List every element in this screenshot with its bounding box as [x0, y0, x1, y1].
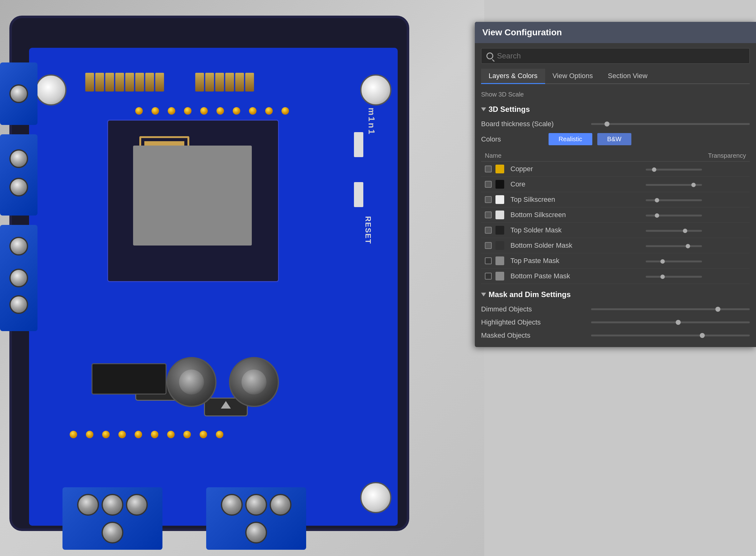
col-transparency-header: Transparency [642, 150, 750, 162]
esp-chip [133, 145, 252, 245]
colors-bw-btn[interactable]: B&W [597, 133, 632, 145]
board-thickness-label: Board thickness (Scale) [481, 120, 587, 128]
layer-row[interactable]: Copper [481, 162, 750, 177]
terminal-blocks-left [0, 63, 37, 331]
layer-transparency-slider-6[interactable] [646, 260, 702, 263]
layer-transparency-thumb-7[interactable] [660, 275, 665, 279]
colors-realistic-btn[interactable]: Realistic [549, 133, 592, 145]
layer-row[interactable]: Top Silkscreen [481, 192, 750, 207]
collapse-icon[interactable] [481, 107, 486, 111]
search-bar[interactable] [481, 48, 750, 64]
layer-name-4: Top Solder Mask [511, 226, 562, 234]
capacitor-2 [229, 357, 279, 407]
layer-row[interactable]: Top Paste Mask [481, 253, 750, 269]
board-thickness-thumb[interactable] [605, 121, 610, 127]
layer-checkbox-1[interactable] [485, 181, 492, 188]
layer-name-2: Top Silkscreen [511, 196, 555, 204]
pad [151, 431, 159, 438]
pad [118, 431, 126, 438]
pad [151, 107, 159, 115]
pin [235, 73, 244, 92]
pin [225, 73, 234, 92]
panel-body: Layers & Colors View Options Section Vie… [475, 43, 756, 347]
connector-small-2 [354, 182, 363, 207]
layer-transparency-thumb-5[interactable] [686, 244, 690, 248]
layer-checkbox-3[interactable] [485, 211, 492, 218]
pad [249, 107, 256, 115]
layer-checkbox-6[interactable] [485, 257, 492, 264]
pad [233, 107, 240, 115]
layer-row[interactable]: Bottom Silkscreen [481, 207, 750, 223]
collapse-mask-icon[interactable] [481, 293, 486, 297]
highlighted-objects-slider[interactable] [591, 321, 750, 323]
layer-transparency-slider-0[interactable] [646, 169, 702, 171]
tabs-row: Layers & Colors View Options Section Vie… [481, 69, 750, 84]
layer-swatch-7 [495, 272, 504, 280]
pin [215, 73, 224, 92]
terminal-bottom-right [206, 487, 306, 550]
section-3d-label: 3D Settings [489, 105, 530, 114]
pin-row-left [85, 73, 164, 92]
pin-row-right [195, 73, 254, 92]
terminal-blocks-bottom [63, 487, 306, 550]
pcb-inner: m1n1 RESET [29, 48, 398, 526]
highlighted-thumb[interactable] [676, 320, 681, 325]
layer-checkbox-4[interactable] [485, 227, 492, 234]
layer-checkbox-2[interactable] [485, 196, 492, 203]
tab-layers-colors[interactable]: Layers & Colors [481, 69, 545, 84]
tab-view-options[interactable]: View Options [545, 69, 600, 84]
pad [168, 107, 175, 115]
layer-row[interactable]: Bottom Paste Mask [481, 269, 750, 284]
terminal-circle [9, 237, 28, 255]
layer-transparency-thumb-6[interactable] [660, 259, 665, 264]
layer-transparency-slider-3[interactable] [646, 215, 702, 216]
layer-transparency-slider-4[interactable] [646, 230, 702, 232]
corner-mount-tl [35, 74, 67, 106]
dimmed-objects-slider[interactable] [591, 308, 750, 310]
bottom-circle [245, 522, 267, 544]
pad [216, 107, 224, 115]
layer-name-3: Bottom Silkscreen [511, 211, 566, 219]
layer-checkbox-5[interactable] [485, 242, 492, 249]
table-header-row: Name Transparency [481, 150, 750, 162]
search-input[interactable] [497, 51, 745, 60]
pin [125, 73, 134, 92]
pad [167, 431, 175, 438]
pin [105, 73, 114, 92]
ic-component [92, 363, 167, 394]
scroll-hint: Show 3D Scale [481, 89, 750, 100]
tab-section-view[interactable]: Section View [600, 69, 655, 84]
masked-objects-slider[interactable] [591, 335, 750, 337]
bottom-circle [245, 494, 267, 516]
panel-title: View Configuration [482, 28, 562, 37]
layer-transparency-thumb-2[interactable] [655, 198, 659, 202]
layer-transparency-thumb-4[interactable] [683, 229, 687, 233]
pad [281, 107, 289, 115]
layer-swatch-2 [495, 195, 504, 204]
layer-transparency-slider-1[interactable] [646, 184, 702, 186]
layer-transparency-thumb-0[interactable] [652, 167, 656, 172]
layer-transparency-slider-2[interactable] [646, 199, 702, 201]
layer-name-5: Bottom Solder Mask [511, 241, 572, 250]
layer-transparency-slider-7[interactable] [646, 276, 702, 278]
terminal-circle [9, 178, 28, 197]
layer-row[interactable]: Top Solder Mask [481, 223, 750, 238]
layer-swatch-3 [495, 211, 504, 219]
layer-name-1: Core [511, 180, 525, 188]
layer-row[interactable]: Bottom Solder Mask [481, 238, 750, 253]
layer-transparency-slider-5[interactable] [646, 245, 702, 247]
terminal-circle [9, 149, 28, 168]
layer-swatch-6 [495, 256, 504, 265]
masked-objects-label: Masked Objects [481, 332, 587, 340]
layer-checkbox-7[interactable] [485, 273, 492, 280]
layer-checkbox-0[interactable] [485, 166, 492, 172]
masked-thumb[interactable] [700, 333, 705, 338]
layer-transparency-thumb-3[interactable] [655, 213, 659, 218]
layer-transparency-thumb-1[interactable] [691, 183, 696, 187]
pad [200, 107, 208, 115]
view-configuration-panel: View Configuration Layers & Colors View … [475, 22, 756, 347]
layer-row[interactable]: Core [481, 177, 750, 192]
dimmed-thumb[interactable] [715, 307, 720, 312]
panel-titlebar: View Configuration [475, 22, 756, 43]
board-thickness-slider[interactable] [591, 123, 750, 125]
